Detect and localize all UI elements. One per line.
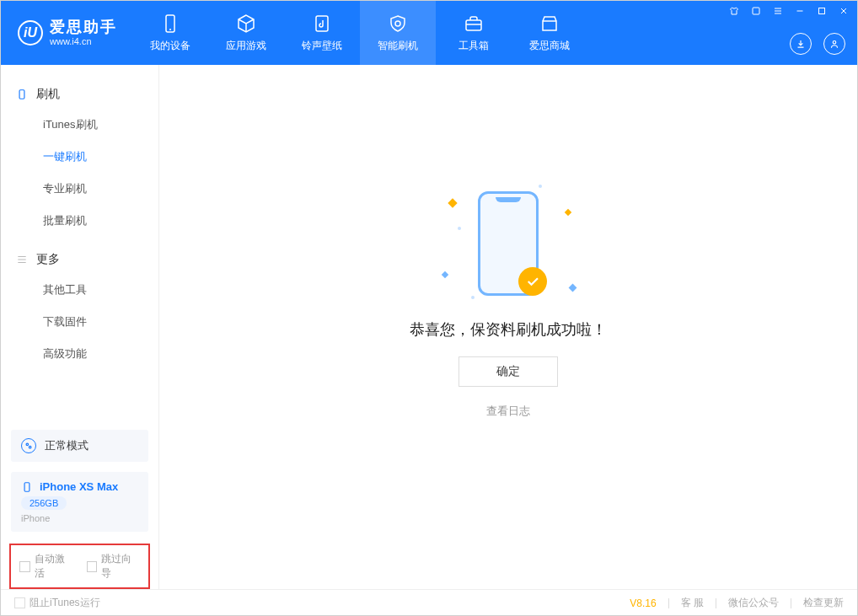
support-link[interactable]: 客 服: [681, 596, 704, 610]
svg-point-1: [169, 29, 171, 30]
device-mode-card[interactable]: 正常模式: [11, 430, 148, 462]
device-storage-badge: 256GB: [21, 496, 67, 510]
device-type-label: iPhone: [21, 513, 138, 523]
close-icon[interactable]: [839, 6, 849, 19]
sidebar-item-pro-flash[interactable]: 专业刷机: [1, 173, 158, 205]
user-icon[interactable]: [823, 33, 845, 55]
success-message: 恭喜您，保资料刷机成功啦！: [410, 319, 607, 340]
maximize-icon[interactable]: [817, 6, 827, 19]
checkbox-block-itunes[interactable]: 阻止iTunes运行: [14, 596, 100, 610]
sidebar-item-itunes-flash[interactable]: iTunes刷机: [1, 109, 158, 141]
version-label: V8.16: [630, 597, 656, 609]
title-bar: iU 爱思助手 www.i4.cn 我的设备 应用游戏 铃声壁纸 智能刷机 工具…: [1, 1, 857, 65]
logo-area: iU 爱思助手 www.i4.cn: [1, 19, 132, 46]
view-log-link[interactable]: 查看日志: [486, 404, 530, 419]
wechat-link[interactable]: 微信公众号: [728, 596, 779, 610]
nav-flash[interactable]: 智能刷机: [360, 1, 436, 65]
nav-apps[interactable]: 应用游戏: [208, 1, 284, 65]
checkbox-skip-guide[interactable]: 跳过向导: [87, 552, 141, 581]
svg-rect-5: [819, 8, 825, 14]
refresh-shield-icon: [388, 13, 408, 34]
nav-my-device[interactable]: 我的设备: [132, 1, 208, 65]
svg-point-9: [29, 446, 31, 448]
sidebar-item-firmware[interactable]: 下载固件: [1, 306, 158, 338]
sidebar-item-other-tools[interactable]: 其他工具: [1, 274, 158, 306]
window-controls: [729, 6, 849, 19]
nav-toolbox[interactable]: 工具箱: [436, 1, 512, 65]
feedback-icon[interactable]: [751, 6, 761, 19]
ok-button[interactable]: 确定: [458, 356, 558, 387]
svg-rect-4: [753, 8, 759, 14]
svg-point-8: [26, 443, 28, 446]
sidebar-item-advanced[interactable]: 高级功能: [1, 338, 158, 370]
app-subtitle: www.i4.cn: [50, 36, 117, 46]
app-title: 爱思助手: [50, 19, 117, 36]
menu-icon[interactable]: [773, 6, 783, 19]
sidebar-group-more: 更多: [1, 245, 158, 274]
cube-icon: [236, 13, 256, 34]
music-file-icon: [312, 13, 332, 34]
device-name-label: iPhone XS Max: [40, 480, 118, 493]
device-info-card[interactable]: iPhone XS Max 256GB iPhone: [11, 472, 148, 532]
store-icon: [539, 13, 560, 34]
sidebar-item-onekey-flash[interactable]: 一键刷机: [1, 141, 158, 173]
top-nav: 我的设备 应用游戏 铃声壁纸 智能刷机 工具箱 爱思商城: [132, 1, 587, 65]
download-icon[interactable]: [790, 33, 812, 55]
checkbox-auto-activate[interactable]: 自动激活: [19, 552, 73, 581]
svg-point-6: [833, 41, 836, 45]
check-circle-icon: [518, 267, 547, 296]
success-illustration: [441, 185, 576, 303]
flash-options-highlighted: 自动激活 跳过向导: [9, 544, 150, 589]
app-logo-icon: iU: [18, 20, 43, 46]
device-mode-label: 正常模式: [45, 438, 88, 453]
minimize-icon[interactable]: [795, 6, 805, 19]
svg-rect-3: [466, 20, 481, 30]
sidebar-group-flash: 刷机: [1, 80, 158, 109]
list-icon: [16, 254, 28, 265]
toolbox-icon: [464, 13, 484, 34]
check-update-link[interactable]: 检查更新: [803, 596, 844, 610]
nav-ringtones[interactable]: 铃声壁纸: [284, 1, 360, 65]
device-phone-icon: [21, 481, 33, 493]
phone-icon: [160, 13, 180, 34]
sidebar: 刷机 iTunes刷机 一键刷机 专业刷机 批量刷机 更多 其他工具 下载固件 …: [1, 65, 159, 589]
svg-rect-10: [24, 482, 29, 491]
main-content: 恭喜您，保资料刷机成功啦！ 确定 查看日志: [159, 65, 857, 589]
status-bar: 阻止iTunes运行 V8.16 客 服 微信公众号 检查更新: [1, 589, 857, 616]
svg-rect-7: [19, 90, 24, 99]
mode-icon: [21, 438, 36, 453]
svg-rect-2: [316, 16, 328, 31]
nav-store[interactable]: 爱思商城: [512, 1, 587, 65]
sidebar-item-batch-flash[interactable]: 批量刷机: [1, 205, 158, 237]
skin-icon[interactable]: [729, 6, 739, 19]
device-icon: [16, 88, 28, 100]
